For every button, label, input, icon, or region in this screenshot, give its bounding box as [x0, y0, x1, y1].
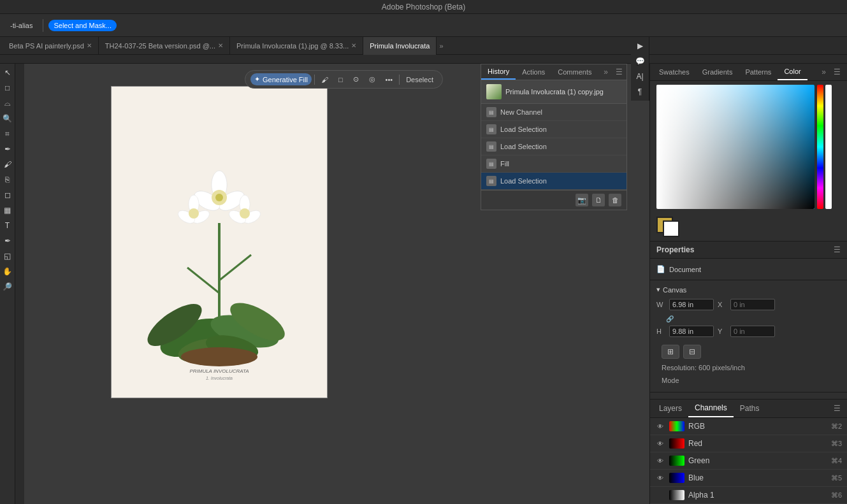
tab-gradients[interactable]: Gradients: [696, 64, 739, 80]
color-gradient-picker[interactable]: [656, 85, 814, 209]
tab-actions[interactable]: Actions: [516, 65, 551, 79]
channel-red[interactable]: 👁 Red ⌘3: [650, 435, 847, 452]
channel-green-shortcut: ⌘4: [831, 457, 842, 465]
clone-tool[interactable]: ⎘: [1, 173, 14, 186]
channel-rgb[interactable]: 👁 RGB ⌘2: [650, 418, 847, 435]
channel-blue-thumb: [669, 473, 684, 483]
select-mode-btn[interactable]: □: [335, 74, 347, 85]
history-new-snapshot-btn[interactable]: 📷: [576, 194, 588, 206]
channel-alpha1-thumb: [669, 490, 684, 500]
history-create-doc-btn[interactable]: 🗋: [592, 194, 605, 206]
deselect-btn[interactable]: Deselect: [402, 74, 437, 85]
link-dimensions-icon[interactable]: 🔗: [665, 314, 674, 323]
history-delete-btn[interactable]: 🗑: [609, 194, 621, 206]
history-item-2[interactable]: ▤ Load Selection: [481, 138, 626, 155]
x-input[interactable]: [730, 299, 775, 310]
tab-patterns[interactable]: Patterns: [739, 64, 778, 80]
tab-swatches[interactable]: Swatches: [653, 64, 696, 80]
properties-panel: Properties ☰ 📄 Document ▾ Canvas W: [650, 241, 847, 399]
history-item-icon-4: ▤: [486, 176, 496, 186]
history-item-1[interactable]: ▤ Load Selection: [481, 121, 626, 138]
shape-tool[interactable]: ◱: [1, 250, 14, 263]
tab-4[interactable]: Primula Involucrata: [363, 37, 437, 55]
channel-alpha1-visibility[interactable]: 👁: [655, 490, 665, 500]
channel-list: 👁 RGB ⌘2 👁 Red ⌘3 👁 Green ⌘4: [650, 418, 847, 504]
opacity-strip[interactable]: [825, 85, 832, 209]
background-swatch[interactable]: [663, 220, 679, 237]
play-icon[interactable]: ▶: [633, 40, 646, 52]
hand-tool[interactable]: ✋: [1, 265, 14, 278]
channel-rgb-visibility[interactable]: 👁: [655, 421, 665, 431]
intersect-mode-btn[interactable]: ◎: [365, 73, 379, 85]
select-mask-btn[interactable]: Select and Mask...: [48, 20, 117, 31]
tab-comments[interactable]: Comments: [551, 65, 598, 79]
properties-menu-btn[interactable]: ☰: [834, 245, 841, 254]
tab-2[interactable]: TH24-037-25 Beta version.psd @... ✕: [99, 37, 230, 55]
speech-bubble-icon[interactable]: 💬: [633, 55, 646, 68]
generative-fill-btn[interactable]: ✦ Generative Fill: [250, 73, 312, 85]
tab-layers[interactable]: Layers: [653, 400, 688, 417]
tool-alias-btn[interactable]: -ti-alias: [5, 20, 38, 31]
document-row[interactable]: 📄 Document: [656, 264, 841, 275]
hue-strip[interactable]: [817, 85, 823, 209]
history-item-0[interactable]: ▤ New Channel: [481, 104, 626, 121]
channel-blue[interactable]: 👁 Blue ⌘5: [650, 470, 847, 487]
eraser-tool[interactable]: ◻: [1, 189, 14, 201]
subtract-mode-btn[interactable]: ⊙: [349, 73, 363, 85]
more-options-btn[interactable]: •••: [382, 74, 397, 85]
channel-blue-shortcut: ⌘5: [831, 474, 842, 482]
right-tabs-menu[interactable]: ☰: [830, 64, 844, 80]
text-tool[interactable]: T: [1, 219, 14, 232]
tab-collapse-btn[interactable]: »: [439, 42, 443, 50]
svg-point-32: [181, 347, 257, 366]
document-canvas: PRIMULA INVOLUCRATA 1. Involucrata: [111, 86, 328, 398]
quick-select-tool[interactable]: 🔍: [1, 112, 14, 125]
y-input[interactable]: [730, 326, 775, 337]
tab-color[interactable]: Color: [778, 64, 807, 80]
right-tabs-more[interactable]: »: [818, 64, 830, 80]
tab-2-close[interactable]: ✕: [218, 42, 223, 49]
canvas-width-row: W X: [656, 299, 841, 310]
channel-green[interactable]: 👁 Green ⌘4: [650, 452, 847, 470]
zoom-tool[interactable]: 🔎: [1, 280, 14, 293]
float-separator-2: [399, 75, 400, 85]
properties-header: Properties ☰: [650, 241, 847, 259]
panel-menu-btn[interactable]: ☰: [612, 64, 626, 80]
history-item-4[interactable]: ▤ Load Selection: [481, 173, 626, 190]
canvas-section-title[interactable]: ▾ Canvas: [656, 285, 841, 294]
channel-rgb-shortcut: ⌘2: [831, 422, 842, 431]
tab-1-close[interactable]: ✕: [87, 42, 92, 49]
canvas-btn-1[interactable]: ⊞: [662, 345, 679, 359]
channel-alpha1[interactable]: 👁 Alpha 1 ⌘6: [650, 487, 847, 504]
toolbar-separator: [43, 19, 43, 32]
tab-channels[interactable]: Channels: [688, 400, 734, 417]
pen-tool[interactable]: ✒: [1, 234, 14, 247]
history-item-3[interactable]: ▤ Fill: [481, 155, 626, 173]
channel-green-visibility[interactable]: 👁: [655, 456, 665, 466]
lasso-tool[interactable]: ⌓: [1, 97, 14, 110]
brush-mode-btn[interactable]: 🖌: [317, 74, 332, 85]
tab-paths[interactable]: Paths: [734, 400, 766, 417]
bottom-tabs-menu[interactable]: ☰: [830, 400, 844, 417]
panel-tabs-more[interactable]: »: [600, 64, 612, 80]
gradient-tool[interactable]: ▦: [1, 204, 14, 217]
height-input[interactable]: [669, 326, 714, 337]
eyedropper-tool[interactable]: ✒: [1, 143, 14, 155]
channel-blue-visibility[interactable]: 👁: [655, 473, 665, 483]
move-tool[interactable]: ↖: [1, 66, 14, 79]
tab-3-label: Primula Involucrata (1).jpg @ 8.33...: [236, 42, 349, 50]
width-input[interactable]: [669, 299, 714, 310]
tab-history[interactable]: History: [481, 64, 516, 80]
tab-1[interactable]: Beta PS AI painterly.psd ✕: [3, 37, 99, 55]
channel-red-visibility[interactable]: 👁: [655, 438, 665, 449]
marquee-tool[interactable]: □: [1, 82, 14, 94]
right-icon-strip: ▶ 💬 A| ¶: [631, 37, 649, 101]
canvas-btn-2[interactable]: ⊟: [683, 345, 701, 359]
brush-tool[interactable]: 🖌: [1, 158, 14, 171]
crop-tool[interactable]: ⌗: [1, 127, 14, 140]
tab-3[interactable]: Primula Involucrata (1).jpg @ 8.33... ✕: [230, 37, 363, 55]
canvas-height-row: H Y: [656, 326, 841, 337]
tab-3-close[interactable]: ✕: [351, 42, 356, 49]
paragraph-icon[interactable]: ¶: [633, 85, 646, 98]
text-align-icon[interactable]: A|: [633, 70, 646, 83]
